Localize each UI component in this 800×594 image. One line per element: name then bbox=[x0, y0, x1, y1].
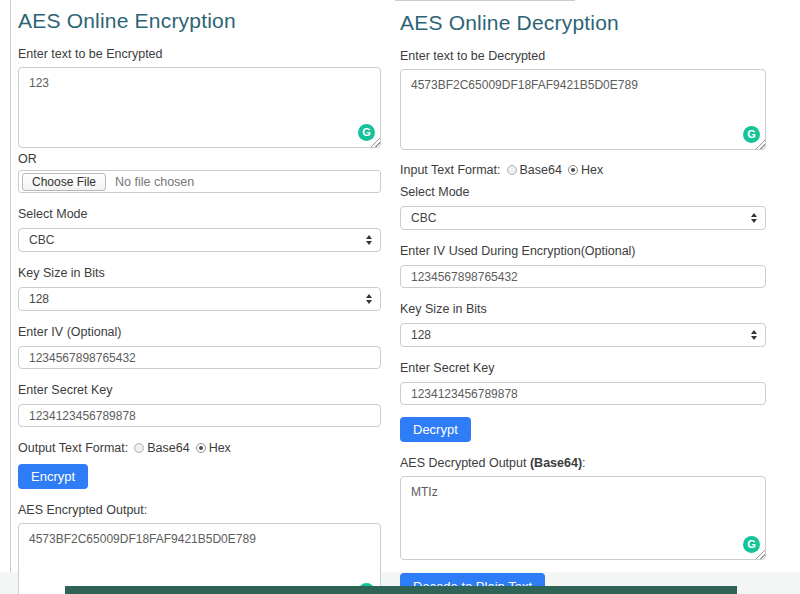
decrypt-keysize-label: Key Size in Bits bbox=[400, 302, 766, 316]
decrypt-mode-label: Select Mode bbox=[400, 185, 766, 199]
encrypt-key-label: Enter Secret Key bbox=[18, 383, 381, 397]
or-label: OR bbox=[18, 152, 381, 166]
decrypt-iv-input[interactable] bbox=[400, 265, 766, 288]
encrypt-keysize-label: Key Size in Bits bbox=[18, 266, 381, 280]
decryption-title: AES Online Decryption bbox=[400, 11, 766, 35]
encrypt-iv-label: Enter IV (Optional) bbox=[18, 325, 381, 339]
radio-hex-label[interactable]: Hex bbox=[581, 163, 603, 177]
output-format-row: Output Text Format: Base64 Hex bbox=[18, 441, 381, 455]
radio-base64[interactable] bbox=[134, 443, 144, 453]
resize-handle-icon[interactable] bbox=[756, 140, 765, 149]
radio-hex[interactable] bbox=[196, 443, 206, 453]
encrypt-mode-label: Select Mode bbox=[18, 207, 381, 221]
decrypt-input-label: Enter text to be Decrypted bbox=[400, 49, 766, 63]
output-format-label: Output Text Format: bbox=[18, 441, 128, 455]
footer-bar bbox=[65, 586, 737, 594]
radio-hex[interactable] bbox=[568, 165, 578, 175]
encrypt-button[interactable]: Encrypt bbox=[18, 464, 88, 489]
resize-handle-icon[interactable] bbox=[756, 550, 765, 559]
radio-base64-label[interactable]: Base64 bbox=[147, 441, 189, 455]
decryption-panel: AES Online Decryption Enter text to be D… bbox=[400, 0, 766, 594]
radio-base64[interactable] bbox=[507, 165, 517, 175]
input-format-row: Input Text Format: Base64 Hex bbox=[400, 163, 766, 177]
resize-handle-icon[interactable] bbox=[371, 138, 380, 147]
decrypt-key-label: Enter Secret Key bbox=[400, 361, 766, 375]
radio-base64-label[interactable]: Base64 bbox=[520, 163, 562, 177]
decrypt-input-textarea[interactable]: 4573BF2C65009DF18FAF9421B5D0E789 bbox=[400, 69, 766, 150]
radio-hex-label[interactable]: Hex bbox=[209, 441, 231, 455]
encrypt-mode-value: CBC bbox=[29, 233, 54, 247]
decrypt-mode-select[interactable]: CBC bbox=[400, 206, 766, 230]
input-format-label: Input Text Format: bbox=[400, 163, 501, 177]
decrypted-output-textarea[interactable]: MTIz bbox=[400, 476, 766, 560]
encrypted-output-textarea[interactable]: 4573BF2C65009DF18FAF9421B5D0E789 bbox=[18, 523, 381, 594]
file-status-text: No file chosen bbox=[115, 175, 194, 189]
decrypt-keysize-select[interactable]: 128 bbox=[400, 323, 766, 347]
file-input[interactable]: Choose File No file chosen bbox=[18, 170, 381, 193]
encrypted-output-label: AES Encrypted Output: bbox=[18, 503, 381, 517]
select-stepper-icon bbox=[751, 330, 757, 340]
page: AES Online Encryption Enter text to be E… bbox=[0, 0, 800, 594]
decrypt-key-input[interactable] bbox=[400, 382, 766, 405]
choose-file-button[interactable]: Choose File bbox=[22, 173, 106, 191]
encrypt-keysize-value: 128 bbox=[29, 292, 49, 306]
decrypt-iv-label: Enter IV Used During Encryption(Optional… bbox=[400, 244, 766, 258]
encrypt-input-textarea[interactable]: 123 bbox=[18, 67, 381, 148]
encrypt-input-label: Enter text to be Encrypted bbox=[18, 47, 381, 61]
encrypt-iv-input[interactable] bbox=[18, 346, 381, 369]
encrypt-key-input[interactable] bbox=[18, 404, 381, 427]
select-stepper-icon bbox=[366, 294, 372, 304]
decrypt-button[interactable]: Decrypt bbox=[400, 417, 471, 442]
encrypt-mode-select[interactable]: CBC bbox=[18, 228, 381, 252]
select-stepper-icon bbox=[366, 235, 372, 245]
decrypt-keysize-value: 128 bbox=[411, 328, 431, 342]
decrypt-mode-value: CBC bbox=[411, 211, 436, 225]
decrypted-output-label: AES Decrypted Output (Base64): bbox=[400, 456, 766, 470]
select-stepper-icon bbox=[751, 213, 757, 223]
encryption-panel: AES Online Encryption Enter text to be E… bbox=[10, 0, 381, 572]
encryption-title: AES Online Encryption bbox=[18, 9, 381, 33]
encrypt-keysize-select[interactable]: 128 bbox=[18, 287, 381, 311]
